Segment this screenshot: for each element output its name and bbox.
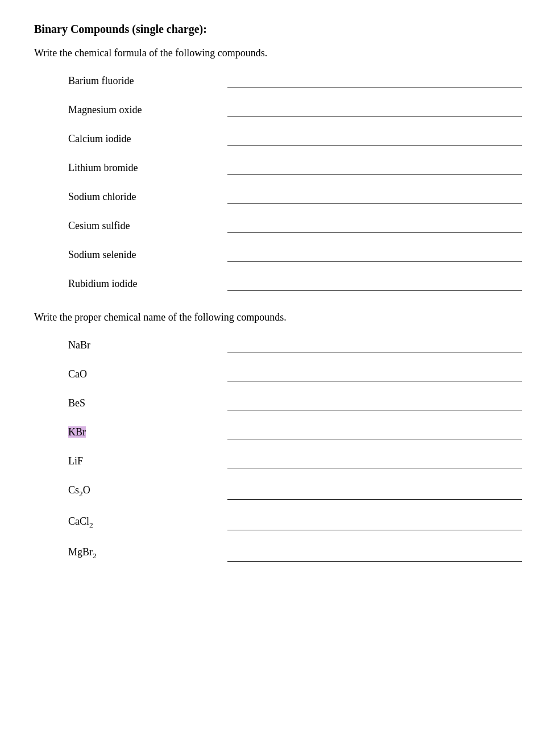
instruction-2: Write the proper chemical name of the fo… <box>34 311 522 323</box>
instruction-1: Write the chemical formula of the follow… <box>34 47 522 59</box>
answer-line <box>227 105 522 117</box>
part2-compound-list: NaBr CaO BeS KBr LiF Cs2O CaCl2 MgBr2 <box>68 339 522 562</box>
answer-line <box>227 398 522 410</box>
table-row: LiF <box>68 455 522 468</box>
answer-line <box>227 192 522 204</box>
table-row: NaBr <box>68 339 522 352</box>
answer-line <box>227 340 522 352</box>
table-row: Calcium iodide <box>68 133 522 146</box>
page-title: Binary Compounds (single charge): <box>34 23 522 36</box>
compound-label: LiF <box>68 455 216 468</box>
compound-label: Cs2O <box>68 484 216 500</box>
table-row: Barium fluoride <box>68 75 522 88</box>
compound-label: NaBr <box>68 339 216 352</box>
answer-line <box>227 76 522 88</box>
answer-line <box>227 549 522 562</box>
compound-label: Lithium bromide <box>68 162 216 175</box>
kbr-highlight: KBr <box>68 426 86 438</box>
compound-label: Sodium chloride <box>68 191 216 204</box>
compound-label: Magnesium oxide <box>68 104 216 117</box>
compound-label: CaCl2 <box>68 516 216 531</box>
table-row: MgBr2 <box>68 546 522 562</box>
table-row: Sodium selenide <box>68 249 522 262</box>
answer-line <box>227 163 522 175</box>
table-row: Cesium sulfide <box>68 220 522 233</box>
answer-line <box>227 369 522 381</box>
answer-line <box>227 518 522 530</box>
answer-line <box>227 456 522 468</box>
compound-label: Barium fluoride <box>68 75 216 88</box>
answer-line <box>227 134 522 146</box>
compound-label: KBr <box>68 426 216 439</box>
part1-compound-list: Barium fluoride Magnesium oxide Calcium … <box>68 75 522 291</box>
table-row: Lithium bromide <box>68 162 522 175</box>
compound-label: Rubidium iodide <box>68 278 216 291</box>
answer-line <box>227 279 522 291</box>
table-row: CaCl2 <box>68 516 522 531</box>
table-row: Rubidium iodide <box>68 278 522 291</box>
table-row: Magnesium oxide <box>68 104 522 117</box>
compound-label: Calcium iodide <box>68 133 216 146</box>
answer-line <box>227 250 522 262</box>
compound-label: Cesium sulfide <box>68 220 216 233</box>
answer-line <box>227 487 522 500</box>
compound-label: Sodium selenide <box>68 249 216 262</box>
compound-label: CaO <box>68 368 216 381</box>
compound-label: BeS <box>68 397 216 410</box>
table-row: CaO <box>68 368 522 381</box>
compound-label: MgBr2 <box>68 546 216 562</box>
answer-line <box>227 427 522 439</box>
table-row: Cs2O <box>68 484 522 500</box>
table-row: BeS <box>68 397 522 410</box>
table-row: Sodium chloride <box>68 191 522 204</box>
table-row: KBr <box>68 426 522 439</box>
answer-line <box>227 221 522 233</box>
